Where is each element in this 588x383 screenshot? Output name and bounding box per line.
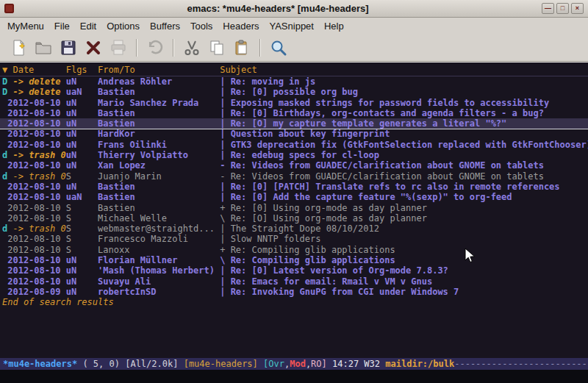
date-cell: 2012-08-10 <box>2 245 66 255</box>
message-row[interactable]: 2012-08-10uNBastien| Re: [O] my capture … <box>0 118 588 129</box>
toolbar-separator <box>173 39 174 57</box>
date-cell: D -> delete <box>2 87 66 97</box>
date-cell: 2012-08-10 <box>2 192 66 202</box>
flags-cell: uaN <box>66 87 98 97</box>
flags-cell: uN <box>66 150 98 160</box>
menubar: MyMenuFileEditOptionsBuffersToolsHeaders… <box>0 18 588 35</box>
column-header-flags[interactable]: Flgs <box>66 64 98 76</box>
open-file-button[interactable] <box>32 37 54 59</box>
message-row[interactable]: d -> trash 0SJuanjo Marin- Re: Videos fr… <box>0 171 588 182</box>
message-row[interactable]: D -> deleteuNAndreas Röhler| Re: moving … <box>0 76 588 87</box>
message-row[interactable]: 2012-08-10SMichael Welle\ Re: [O] Using … <box>0 213 588 223</box>
close-button[interactable]: × <box>571 3 584 14</box>
message-row[interactable]: 2012-08-09uNrobertcInSD| Re: Invoking Gn… <box>0 287 588 297</box>
echo-area[interactable] <box>0 370 588 383</box>
header-line: ▼ Date Flgs From/To Subject <box>0 64 588 76</box>
flags-cell: S <box>66 213 98 223</box>
flags-cell: uaN <box>66 192 98 202</box>
toolbar-separator <box>136 39 137 57</box>
message-row[interactable]: 2012-08-10SFrancesco Mazzoli| Slow NNTP … <box>0 234 588 244</box>
from-cell: Bastien <box>98 182 220 192</box>
kill-buffer-button[interactable] <box>82 37 104 59</box>
from-cell: webmaster@straightd... <box>98 223 220 234</box>
message-row[interactable]: d -> trash 0uNThierry Volpiatto| Re: ede… <box>0 150 588 160</box>
menu-buffers[interactable]: Buffers <box>145 19 185 33</box>
date-cell: 2012-08-10 <box>2 255 66 265</box>
subject-cell: | Slow NNTP folders <box>220 234 588 244</box>
from-cell: Mario Sanchez Prada <box>98 98 220 108</box>
date-cell: D -> delete <box>2 76 66 87</box>
column-header-subject[interactable]: Subject <box>220 64 588 76</box>
flags-cell: S <box>66 234 98 244</box>
message-row[interactable]: D -> deleteuaNBastien| Re: [0] possible … <box>0 87 588 97</box>
modeline-segment: *mu4e-headers* <box>3 359 77 369</box>
menu-headers[interactable]: Headers <box>218 19 264 33</box>
message-row[interactable]: 2012-08-10SLanoxx+ Re: Compiling glib ap… <box>0 245 588 255</box>
save-button[interactable] <box>57 37 79 59</box>
mark-action: -> trash 0 <box>7 171 65 182</box>
subject-cell: | Re: [0] Add the capture feature "%(sex… <box>220 192 588 202</box>
maximize-button[interactable]: □ <box>556 3 569 14</box>
message-row[interactable]: 2012-08-10uNFrans Oilinki| GTK3 deprecat… <box>0 140 588 150</box>
message-row[interactable]: 2012-08-10uNFlorian Müllner\ Re: Compili… <box>0 255 588 265</box>
minimize-button[interactable]: — <box>542 3 554 14</box>
message-row[interactable]: 2012-08-10uaNBastien| Re: [0] Add the ca… <box>0 192 588 202</box>
window-title: emacs: *mu4e-headers* [mu4e-headers] <box>14 3 542 14</box>
modeline-segment: ( 5, 0) [All/2.0k] <box>77 359 184 369</box>
message-row[interactable]: 2012-08-10uNMario Sanchez Prada| Exposin… <box>0 98 588 108</box>
from-cell: Francesco Mazzoli <box>98 234 220 244</box>
window-menu-icon[interactable] <box>4 4 14 13</box>
flags-cell: uN <box>66 160 98 171</box>
date-cell: 2012-08-10 <box>2 98 66 108</box>
subject-cell: - Re: Videos from GUADEC/clarification a… <box>220 160 588 171</box>
from-cell: 'Mash (Thomas Herbert) <box>98 265 220 276</box>
from-cell: Lanoxx <box>98 245 220 255</box>
modeline-segment: [Ovr <box>263 359 284 369</box>
from-cell: Xan Lopez <box>98 160 220 171</box>
modeline[interactable]: *mu4e-headers* ( 5, 0) [All/2.0k] [mu4e-… <box>0 358 588 370</box>
message-row[interactable]: 2012-08-10uNBastien| Re: [0] [PATCH] Tra… <box>0 182 588 192</box>
new-file-button[interactable] <box>7 37 29 59</box>
from-cell: Michael Welle <box>98 213 220 223</box>
date-cell: 2012-08-10 <box>2 129 66 139</box>
mu4e-headers-buffer[interactable]: ▼ Date Flgs From/To Subject D -> deleteu… <box>0 62 588 358</box>
new-file-icon <box>10 39 27 57</box>
titlebar[interactable]: emacs: *mu4e-headers* [mu4e-headers] — □… <box>0 0 588 18</box>
print-icon <box>110 39 127 57</box>
open-file-icon <box>35 39 52 57</box>
message-row[interactable]: 2012-08-10uN'Mash (Thomas Herbert)| Re: … <box>0 265 588 276</box>
paste-button[interactable] <box>231 37 253 59</box>
search-button[interactable] <box>268 37 290 59</box>
undo-button <box>144 37 166 59</box>
menu-tools[interactable]: Tools <box>185 19 218 33</box>
mark-action: -> trash 0 <box>7 223 65 234</box>
column-header-from[interactable]: From/To <box>98 64 220 76</box>
menu-yasnippet[interactable]: YASnippet <box>264 19 318 33</box>
flags-cell: uN <box>66 108 98 118</box>
menu-options[interactable]: Options <box>101 19 145 33</box>
message-row[interactable]: 2012-08-10uNSuvayu Ali| Re: Emacs for em… <box>0 276 588 287</box>
window-controls: — □ × <box>542 3 584 14</box>
message-row[interactable]: 2012-08-10SBastien+ Re: [0] Using org-mo… <box>0 203 588 213</box>
search-icon <box>270 39 287 57</box>
menu-mymenu[interactable]: MyMenu <box>2 19 49 33</box>
flags-cell: uN <box>66 118 98 129</box>
message-row[interactable]: 2012-08-10uNBastien| Re: [0] Birthdays, … <box>0 108 588 118</box>
column-header-date[interactable]: ▼ Date <box>2 64 66 76</box>
flags-cell: S <box>66 223 98 234</box>
menu-help[interactable]: Help <box>319 19 349 33</box>
menu-edit[interactable]: Edit <box>75 19 101 33</box>
subject-cell: | Re: [0] possible org bug <box>220 87 588 97</box>
menu-file[interactable]: File <box>49 19 75 33</box>
from-cell: Andreas Röhler <box>98 76 220 87</box>
copy-button[interactable] <box>206 37 228 59</box>
message-row[interactable]: 2012-08-10uNXan Lopez- Re: Videos from G… <box>0 160 588 171</box>
subject-cell: | Re: [0] Birthdays, org-contacts and ag… <box>220 108 588 118</box>
date-cell: 2012-08-10 <box>2 234 66 244</box>
save-icon <box>60 39 77 57</box>
message-row[interactable]: d -> trash 0Swebmaster@straightd...| The… <box>0 223 588 234</box>
emacs-frame: emacs: *mu4e-headers* [mu4e-headers] — □… <box>0 0 588 383</box>
cut-button[interactable] <box>181 37 203 59</box>
mark-action: -> delete <box>7 87 60 97</box>
message-row[interactable]: 2012-08-10uNHardKor| Question about key … <box>0 129 588 139</box>
